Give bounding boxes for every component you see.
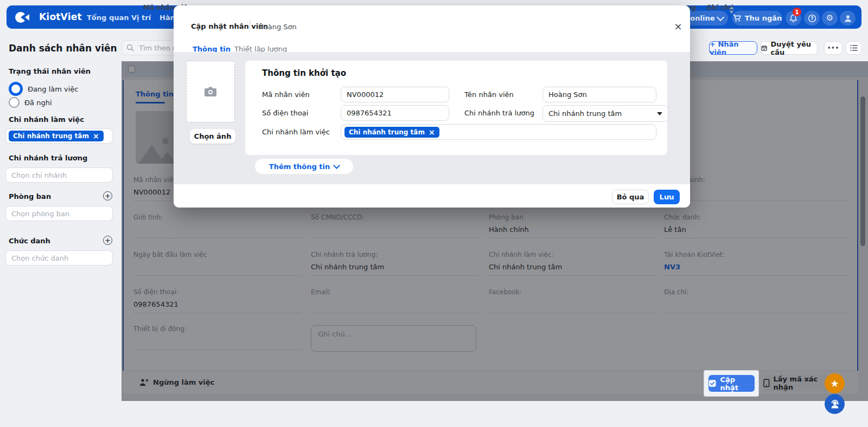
radio-label: Đã nghỉ bbox=[24, 99, 52, 107]
avatar-icon bbox=[844, 14, 852, 23]
choose-photo-button[interactable]: Chọn ảnh bbox=[190, 129, 235, 144]
calendar-icon bbox=[761, 44, 767, 52]
account-button[interactable] bbox=[840, 11, 856, 25]
jobtitle-filter[interactable]: Chọn chức danh bbox=[5, 250, 113, 266]
add-employee-button[interactable]: + Nhân viên bbox=[709, 41, 757, 55]
name-label: Tên nhân viên bbox=[464, 90, 514, 99]
code-input[interactable] bbox=[341, 87, 449, 102]
add-jobtitle-icon[interactable]: + bbox=[103, 236, 112, 245]
modal-footer: Bỏ qua Lưu bbox=[174, 184, 690, 208]
name-input[interactable] bbox=[542, 87, 656, 102]
working-branch-tag: Chi nhánh trung tâm × bbox=[344, 127, 439, 138]
filter-jobtitle-label: Chức danh bbox=[9, 237, 50, 245]
tag-label: Chi nhánh trung tâm bbox=[349, 128, 425, 137]
salary-branch-label: Chi nhánh trả lương bbox=[464, 109, 534, 117]
radio-unselected-icon bbox=[9, 97, 20, 108]
search-icon bbox=[126, 44, 134, 51]
support-agent-icon bbox=[829, 399, 840, 410]
skip-button[interactable]: Bỏ qua bbox=[612, 190, 649, 204]
filter-working-branch-label: Chi nhánh làm việc bbox=[9, 115, 84, 124]
filter-department-label: Phòng ban bbox=[9, 192, 51, 200]
filter-status-label: Trạng thái nhân viên bbox=[9, 67, 91, 75]
working-branch-field[interactable]: Chi nhánh trung tâm × bbox=[341, 124, 656, 140]
init-info-card: Thông tin khởi tạo Mã nhân viên Tên nhân… bbox=[245, 61, 667, 155]
salary-branch-filter[interactable]: Chọn chi nhánh bbox=[5, 167, 113, 183]
modal-title: Cập nhật nhân viên bbox=[191, 22, 268, 30]
radio-da-nghi[interactable]: Đã nghỉ bbox=[9, 97, 52, 108]
salary-branch-select[interactable]: Chi nhánh trung tâm bbox=[542, 105, 668, 122]
vertical-scrollbar[interactable] bbox=[860, 96, 865, 246]
sort-icon[interactable] bbox=[729, 7, 734, 14]
radio-dang-lam-viec[interactable]: Đang làm việc bbox=[9, 82, 79, 96]
brand-title[interactable]: KiotViet bbox=[39, 11, 82, 22]
support-fab[interactable] bbox=[825, 394, 845, 414]
column-settings-button[interactable] bbox=[846, 41, 862, 55]
save-button[interactable]: Lưu bbox=[654, 190, 680, 204]
svg-text:?: ? bbox=[810, 16, 813, 21]
cashier-label: Thu ngân bbox=[745, 14, 782, 22]
approve-request-button[interactable]: Duyệt yêu cầu bbox=[761, 41, 818, 55]
cashier-button[interactable]: Thu ngân bbox=[732, 11, 782, 25]
add-department-icon[interactable]: + bbox=[103, 191, 112, 200]
more-info-label: Thêm thông tin bbox=[269, 163, 330, 171]
star-icon: ★ bbox=[830, 379, 839, 389]
cart-icon bbox=[733, 14, 742, 22]
caret-down-icon bbox=[657, 112, 662, 115]
tag-label: Chi nhánh trung tâm bbox=[13, 132, 89, 140]
page-title: Danh sách nhân viên bbox=[9, 43, 117, 54]
remove-tag-icon[interactable]: × bbox=[93, 132, 99, 140]
title-divider bbox=[250, 20, 250, 31]
approve-request-label: Duyệt yêu cầu bbox=[770, 40, 817, 56]
phone-input[interactable] bbox=[341, 105, 449, 121]
notification-badge: 1 bbox=[793, 8, 801, 16]
radio-selected-icon bbox=[9, 82, 23, 96]
modal-subtitle-employee-name: Hoàng Sơn bbox=[258, 23, 297, 31]
remove-tag-icon[interactable]: × bbox=[429, 128, 435, 137]
working-branch-filter[interactable]: Chi nhánh trung tâm × bbox=[5, 128, 113, 144]
app-root: KiotViet Tổng quan Vị trí Hàng hóa n onl… bbox=[0, 0, 868, 427]
question-icon: ? bbox=[808, 14, 816, 23]
settings-button[interactable]: ⚙ bbox=[822, 11, 838, 25]
update-button[interactable]: Cập nhật bbox=[709, 375, 755, 392]
check-square-icon bbox=[709, 379, 717, 387]
working-branch-label: Chi nhánh làm việc bbox=[262, 128, 330, 136]
update-label: Cập nhật bbox=[720, 376, 755, 392]
close-icon[interactable]: × bbox=[672, 20, 685, 33]
nav-item-tong-quan[interactable]: Tổng quan bbox=[87, 14, 129, 22]
columns-icon bbox=[850, 44, 858, 51]
chevron-down-icon bbox=[717, 13, 724, 21]
gear-icon: ⚙ bbox=[826, 14, 833, 22]
update-employee-modal: Cập nhật nhân viên Hoàng Sơn × Thông tin… bbox=[174, 5, 690, 208]
code-label: Mã nhân viên bbox=[262, 90, 310, 99]
phone-label: Số điện thoại bbox=[262, 109, 308, 117]
rating-fab[interactable]: ★ bbox=[825, 373, 845, 393]
department-filter[interactable]: Chọn phòng ban bbox=[5, 206, 113, 221]
filter-salary-branch-label: Chi nhánh trả lương bbox=[9, 154, 87, 162]
radio-label: Đang làm việc bbox=[28, 85, 79, 93]
chevron-down-icon bbox=[333, 162, 340, 169]
more-actions-button[interactable]: ••• bbox=[824, 41, 843, 55]
camera-icon bbox=[204, 86, 217, 97]
nav-item-vi-tri[interactable]: Vị trí bbox=[131, 14, 151, 22]
working-branch-tag: Chi nhánh trung tâm × bbox=[9, 131, 104, 141]
kiotviet-logo-icon bbox=[14, 10, 35, 24]
more-info-button[interactable]: Thêm thông tin bbox=[255, 159, 353, 174]
photo-upload-dropzone[interactable] bbox=[186, 61, 235, 122]
salary-branch-value: Chi nhánh trung tâm bbox=[548, 109, 622, 118]
help-button[interactable]: ? bbox=[804, 11, 820, 25]
section-title: Thông tin khởi tạo bbox=[262, 68, 346, 78]
